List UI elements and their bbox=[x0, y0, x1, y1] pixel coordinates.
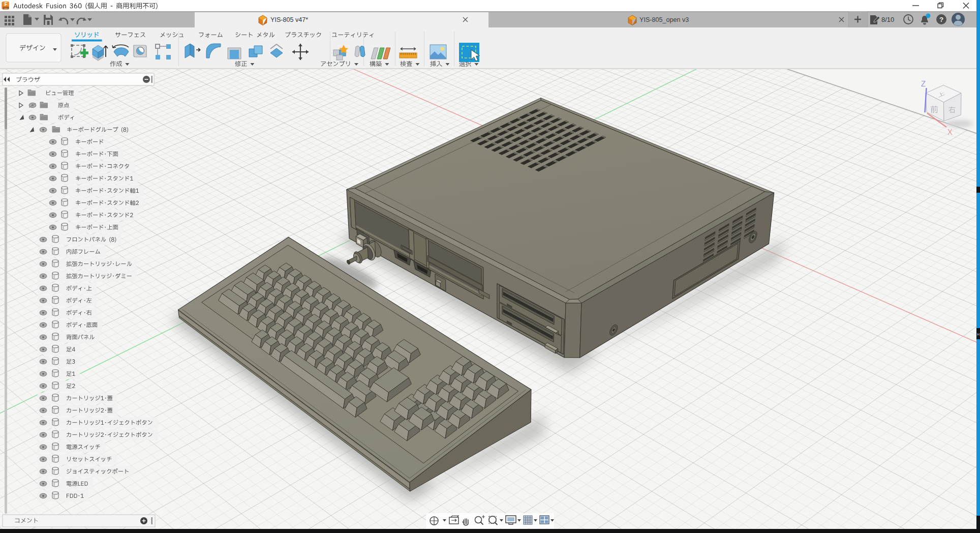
svg-text:?: ? bbox=[939, 16, 943, 23]
svg-text:F: F bbox=[5, 2, 8, 7]
svg-text:H: H bbox=[977, 333, 979, 336]
svg-text:YIS-805 v47*: YIS-805 v47* bbox=[270, 16, 308, 23]
svg-text:YIS-805_open v3: YIS-805_open v3 bbox=[639, 16, 689, 23]
svg-text:8/10: 8/10 bbox=[881, 16, 894, 23]
svg-text:360: 360 bbox=[4, 7, 8, 10]
